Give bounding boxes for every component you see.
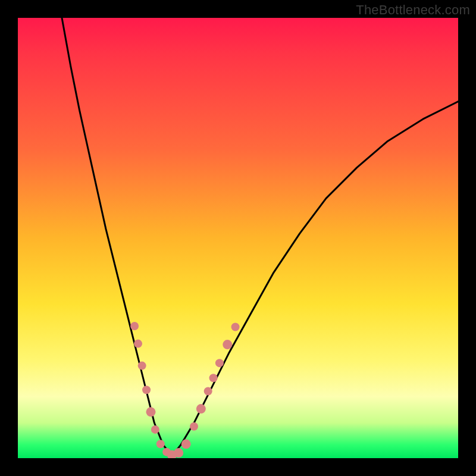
marker-2 [138,362,146,370]
curve-right-branch [172,102,458,456]
marker-3 [142,386,151,394]
marker-5 [151,425,159,434]
curve-left-branch [62,18,172,456]
attribution-text: TheBottleneck.com [356,2,470,18]
plot-area [18,18,458,458]
marker-15 [215,359,224,367]
marker-6 [156,440,165,448]
marker-16 [223,340,232,349]
curve-group [62,18,458,456]
marker-0 [130,322,139,330]
marker-11 [190,422,198,431]
marker-14 [209,374,218,382]
marker-12 [196,404,206,414]
chart-svg [18,18,458,458]
marker-1 [134,340,142,348]
marker-13 [204,387,212,396]
marker-9 [174,448,183,458]
marker-10 [181,439,191,449]
marker-17 [231,322,240,331]
marker-4 [146,407,155,416]
chart-frame: TheBottleneck.com [0,0,476,476]
